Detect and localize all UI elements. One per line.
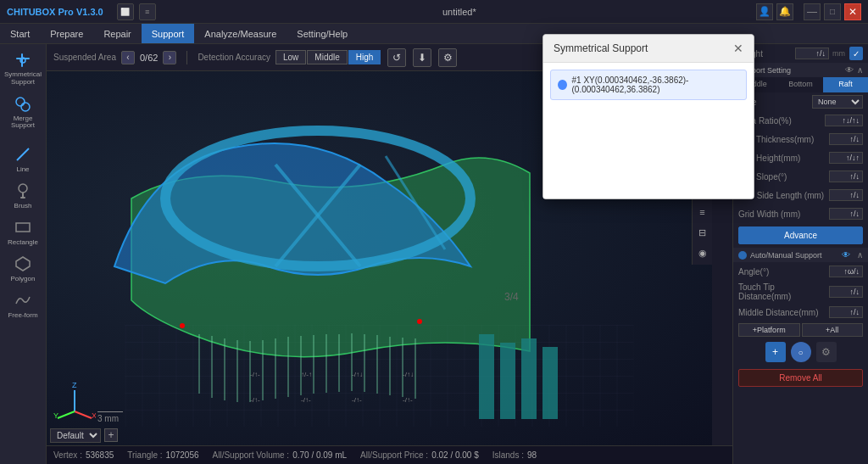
tool-merge-label: MergeSupport: [11, 115, 35, 131]
rectangle-icon: [14, 218, 32, 237]
accuracy-high-button[interactable]: High: [348, 50, 381, 64]
brush-icon: [14, 182, 32, 200]
vertex-label: Vertex :: [53, 450, 82, 460]
dialog-close-button[interactable]: ✕: [733, 42, 743, 55]
svg-rect-1: [21, 53, 23, 67]
download-icon[interactable]: ⬇: [413, 48, 431, 67]
islands-value: 98: [527, 450, 537, 460]
accuracy-middle-button[interactable]: Middle: [307, 50, 347, 64]
tool-symmetrical-support[interactable]: SymmetricalSupport: [4, 48, 42, 90]
line-icon: [14, 145, 32, 164]
model-svg: -/↑- ↑/-↑ -/↑↓ -/↑↓ -/↑- -/↑- -/↑- -/↑- …: [64, 97, 564, 445]
raft-height-input[interactable]: [829, 152, 863, 164]
svg-rect-33: [521, 338, 537, 419]
svg-point-35: [180, 323, 185, 328]
advance-button[interactable]: Advance: [738, 226, 863, 244]
polygon-icon: [14, 254, 32, 273]
vp-ctrl-slice[interactable]: ⊟: [694, 224, 711, 241]
type-select[interactable]: None: [812, 95, 863, 109]
menu-start[interactable]: Start: [0, 24, 40, 43]
support-settings-icon[interactable]: ⚙: [816, 342, 837, 362]
counter-prev-button[interactable]: ‹: [121, 51, 135, 64]
menu-support[interactable]: Support: [142, 24, 195, 43]
auto-manual-expand[interactable]: ∧: [857, 250, 863, 260]
support-select-icon[interactable]: ○: [791, 342, 811, 362]
menu-analyze[interactable]: Analyze/Measure: [194, 24, 287, 43]
svg-rect-32: [500, 343, 515, 419]
axis-indicator: Z X Y: [53, 377, 96, 420]
support-setting-icon[interactable]: 👁: [845, 65, 854, 75]
refresh-icon[interactable]: ↺: [387, 48, 406, 67]
tool-polygon[interactable]: Polygon: [4, 251, 42, 286]
scale-indicator: 3 mm: [97, 411, 123, 423]
all-button[interactable]: +All: [802, 323, 864, 337]
auto-manual-header[interactable]: Auto/Manual Support 👁 ∧: [733, 248, 868, 262]
raft-thickness-input[interactable]: [829, 133, 863, 145]
svg-line-5: [17, 148, 29, 160]
view-select[interactable]: Default: [50, 428, 101, 443]
touch-tip-input[interactable]: [829, 286, 863, 298]
tool-rectangle[interactable]: Rectangle: [4, 215, 42, 249]
svg-text:↑/-↑: ↑/-↑: [301, 371, 312, 378]
tool-merge[interactable]: MergeSupport: [4, 92, 42, 134]
close-button[interactable]: ✕: [844, 3, 861, 20]
platform-button[interactable]: +Platform: [738, 323, 800, 337]
support-add-icon[interactable]: +: [765, 342, 786, 362]
minimize-button[interactable]: —: [804, 3, 821, 20]
dialog-title-text: Symmetrical Support: [554, 42, 648, 54]
menu-prepare[interactable]: Prepare: [40, 24, 93, 43]
add-view-button[interactable]: +: [104, 428, 118, 442]
counter-section: ‹ 0/62 ›: [121, 51, 176, 64]
support-setting-expand[interactable]: ∧: [857, 65, 863, 75]
svg-text:Z: Z: [72, 381, 77, 389]
window-controls[interactable]: 👤 🔔 — □ ✕: [756, 3, 861, 20]
counter-value: 0/62: [136, 53, 161, 63]
volume-status: All/Support Volume : 0.70 / 0.09 mL: [213, 450, 348, 460]
app-logo: CHITUBOX Pro V1.3.0: [7, 7, 103, 17]
tool-line[interactable]: Line: [4, 142, 42, 176]
svg-point-4: [21, 103, 30, 111]
tool-freeform[interactable]: Free-form: [4, 288, 42, 322]
middle-dist-input[interactable]: [829, 306, 863, 318]
auto-manual-toggle[interactable]: 👁: [842, 250, 850, 260]
volume-label: All/Support Volume :: [213, 450, 290, 460]
settings-icon[interactable]: ⚙: [438, 48, 457, 67]
angle-input[interactable]: [829, 266, 863, 277]
toolbar-icon-2[interactable]: ≡: [139, 3, 156, 20]
toolbar-icon-1[interactable]: ⬜: [117, 3, 134, 20]
raft-slope-input[interactable]: [829, 171, 863, 182]
height-input[interactable]: [795, 48, 829, 59]
area-ratio-input[interactable]: [825, 115, 863, 126]
menu-repair[interactable]: Repair: [93, 24, 141, 43]
tab-raft[interactable]: Raft: [823, 77, 868, 92]
touch-tip-label: Touch Tip Distance(mm): [738, 282, 826, 301]
svg-text:-/↑↓: -/↑↓: [403, 371, 414, 378]
dialog-item-label-1: #1 XY(0.000340462,-36.3862)-(0.000340462…: [572, 75, 739, 94]
notification-icon[interactable]: 🔔: [776, 3, 793, 20]
dialog-title-bar: Symmetrical Support ✕: [543, 35, 754, 63]
height-toggle[interactable]: ✓: [849, 47, 863, 60]
touch-tip-row: Touch Tip Distance(mm): [733, 281, 868, 303]
vertex-value: 536835: [86, 450, 114, 460]
tool-brush-label: Brush: [14, 202, 32, 210]
price-value: 0.02 / 0.00 $: [431, 450, 479, 460]
middle-dist-label: Middle Distance(mm): [738, 308, 826, 317]
dialog-item-radio-1[interactable]: [558, 80, 567, 90]
vp-ctrl-settings[interactable]: ≡: [694, 204, 711, 221]
remove-all-button[interactable]: Remove All: [738, 369, 863, 387]
tab-bottom[interactable]: Bottom: [778, 77, 823, 92]
grid-width-input[interactable]: [829, 208, 863, 220]
maximize-button[interactable]: □: [824, 3, 841, 20]
svg-text:X: X: [92, 411, 96, 420]
counter-next-button[interactable]: ›: [163, 51, 176, 64]
tool-brush[interactable]: Brush: [4, 178, 42, 213]
accuracy-low-button[interactable]: Low: [275, 50, 306, 64]
user-icon[interactable]: 👤: [756, 3, 773, 20]
auto-manual-indicator: [738, 251, 747, 260]
merge-icon: [14, 95, 32, 114]
left-toolbar: SymmetricalSupport MergeSupport Line: [0, 44, 47, 464]
grid-side-input[interactable]: [829, 189, 863, 201]
menu-setting[interactable]: Setting/Help: [287, 24, 358, 43]
vp-ctrl-camera[interactable]: ◉: [694, 244, 711, 261]
dialog-item-1[interactable]: #1 XY(0.000340462,-36.3862)-(0.000340462…: [550, 70, 747, 100]
